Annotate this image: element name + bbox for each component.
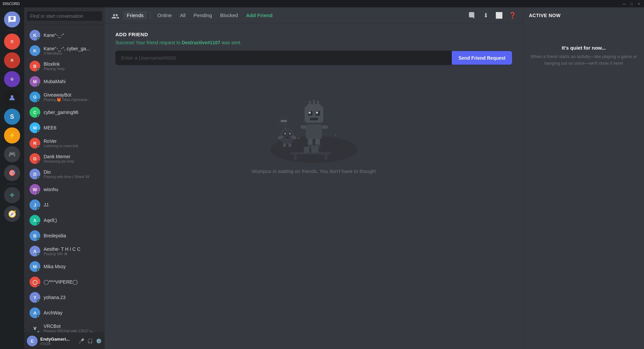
dm-item[interactable]: KKane°-_-°, cyber_ga...3 Members (27, 43, 102, 58)
svg-rect-13 (301, 125, 307, 129)
fullscreen-icon[interactable]: ⬜ (495, 11, 503, 19)
channel-sidebar: KKane°-_-°KKane°-_-°, cyber_ga...3 Membe… (24, 7, 105, 349)
send-friend-request-button[interactable]: Send Friend Request (452, 51, 512, 65)
dm-item[interactable]: MMubaMahi (27, 74, 102, 89)
dm-item[interactable]: BBloxlinkPlaying !help (27, 59, 102, 73)
mute-button[interactable]: 🎤 (78, 338, 85, 344)
server-icon-8[interactable]: 🎯 (4, 165, 20, 181)
dm-item[interactable]: Wwisnhu (27, 182, 102, 197)
server-icon-6[interactable]: ⚡ (4, 127, 20, 143)
dm-avatar: A (30, 307, 40, 318)
titlebar-title: DISCORD (3, 2, 20, 6)
status-dot (37, 114, 40, 118)
nav-tab-online[interactable]: Online (154, 11, 175, 19)
server-icon-1[interactable]: D (4, 34, 20, 50)
dm-avatar: K (30, 45, 40, 56)
quiet-desc: When a friend starts an activity—like pl… (529, 53, 639, 66)
close-button[interactable]: × (637, 2, 641, 6)
dm-avatar: C (30, 107, 40, 118)
dm-item[interactable]: AAesthe- T H I C CPlaying SAI 🖥 (27, 244, 102, 258)
dm-item[interactable]: BBredepidia (27, 228, 102, 243)
help-icon[interactable]: ❓ (508, 11, 517, 19)
nav-tab-blocked[interactable]: Blocked (217, 11, 241, 19)
dm-item[interactable]: MMEE6 (27, 120, 102, 135)
dm-status: Playing !help (44, 67, 99, 71)
dm-avatar: G (30, 92, 40, 102)
dm-avatar: J (30, 199, 40, 210)
wumpus-area: ✦ ✦ ✦ Wumpus is waiting on friends. You … (115, 76, 513, 187)
dm-info: Mika Mxsy (44, 264, 99, 269)
dm-info: MEE6 (44, 125, 99, 130)
dm-list: KKane°-_-°KKane°-_-°, cyber_ga...3 Membe… (24, 25, 105, 333)
user-controls: 🎤 🎧 ⚙️ (78, 338, 102, 344)
svg-rect-37 (304, 147, 309, 153)
username: EndyGameri... (40, 337, 75, 342)
server-icon-7[interactable]: 🎮 (4, 146, 20, 162)
dm-item[interactable]: KKane°-_-° (27, 28, 102, 43)
svg-rect-36 (325, 154, 327, 160)
dm-name: Mika Mxsy (44, 264, 99, 269)
titlebar: DISCORD — □ × (0, 0, 644, 7)
status-dot (37, 269, 40, 272)
dm-name: VRCBot (44, 324, 99, 329)
dm-item[interactable]: AAqell;) (27, 213, 102, 228)
server-icon-4[interactable] (4, 90, 20, 106)
add-friend-title: ADD FRIEND (115, 32, 513, 37)
svg-text:✦: ✦ (334, 133, 337, 137)
content-area: ADD FRIEND Success! Your friend request … (105, 23, 523, 349)
nav-tab-pending[interactable]: Pending (190, 11, 215, 19)
status-dot (37, 83, 40, 87)
svg-rect-33 (288, 143, 291, 147)
nav-tab-friends[interactable]: Friends (123, 11, 147, 19)
dm-avatar: K (30, 30, 40, 41)
add-server-button[interactable]: + (4, 187, 20, 203)
dm-name: JJ. (44, 202, 99, 208)
maximize-button[interactable]: □ (629, 2, 634, 6)
add-friend-tab[interactable]: Add Friend (243, 11, 276, 19)
status-dot (37, 238, 40, 241)
dm-info: Aesthe- T H I C CPlaying SAI 🖥 (44, 246, 99, 256)
server-icon-2[interactable]: R (4, 52, 20, 68)
dm-item[interactable]: VVRCBotPlaying VRChat with 13527 u... (27, 321, 102, 333)
username-input[interactable] (116, 51, 452, 65)
dm-item[interactable]: RRoVerListening to rover.link (27, 136, 102, 151)
dm-name: yohana.23 (44, 295, 99, 300)
download-icon[interactable]: ⬇ (482, 11, 490, 19)
dm-info: yohana.23 (44, 295, 99, 300)
discover-button[interactable]: 🧭 (4, 206, 20, 222)
dm-name: Dio (44, 169, 99, 175)
dm-info: MubaMahi (44, 79, 99, 84)
dm-name: ArchWay (44, 310, 99, 315)
svg-point-23 (285, 120, 287, 122)
home-server-icon[interactable] (4, 11, 20, 27)
server-icon-3[interactable]: G (4, 71, 20, 87)
svg-point-27 (284, 133, 286, 134)
dm-item[interactable]: DDioPlaying with time | Shard 34 (27, 167, 102, 181)
server-icon-5[interactable]: S (4, 109, 20, 125)
dm-info: DioPlaying with time | Shard 34 (44, 169, 99, 179)
dm-item[interactable]: Ccyber_gaming96 (27, 105, 102, 120)
dm-avatar: B (30, 230, 40, 241)
nav-tab-all[interactable]: All (176, 11, 189, 19)
dm-item[interactable]: ◯◯ᴺᴷᴬVIPERE◯ (27, 275, 102, 289)
dm-item[interactable]: JJJ. (27, 197, 102, 212)
svg-rect-35 (294, 154, 297, 160)
dm-name: GiveawayBot (44, 92, 99, 98)
dm-info: cyber_gaming96 (44, 110, 99, 115)
user-avatar: E (27, 336, 38, 346)
titlebar-controls[interactable]: — □ × (622, 2, 641, 6)
top-nav: Friends Online All Pending Blocked Add F… (105, 7, 523, 23)
search-input-wrap[interactable] (27, 11, 102, 21)
dm-item[interactable]: AArchWay (27, 305, 102, 320)
minimize-button[interactable]: — (622, 2, 627, 6)
inbox-icon[interactable] (468, 11, 476, 19)
status-dot (37, 145, 40, 149)
dm-status: 3 Members (44, 51, 99, 55)
dm-item[interactable]: Yyohana.23 (27, 290, 102, 305)
dm-item[interactable]: DDank MemerStreaming pls help (27, 151, 102, 166)
search-input[interactable] (30, 13, 99, 19)
settings-button[interactable]: ⚙️ (95, 338, 102, 344)
deafen-button[interactable]: 🎧 (87, 338, 93, 344)
dm-item[interactable]: MMika Mxsy (27, 259, 102, 274)
dm-item[interactable]: GGiveawayBotPlaying 🎁 https://giveawa... (27, 90, 102, 104)
